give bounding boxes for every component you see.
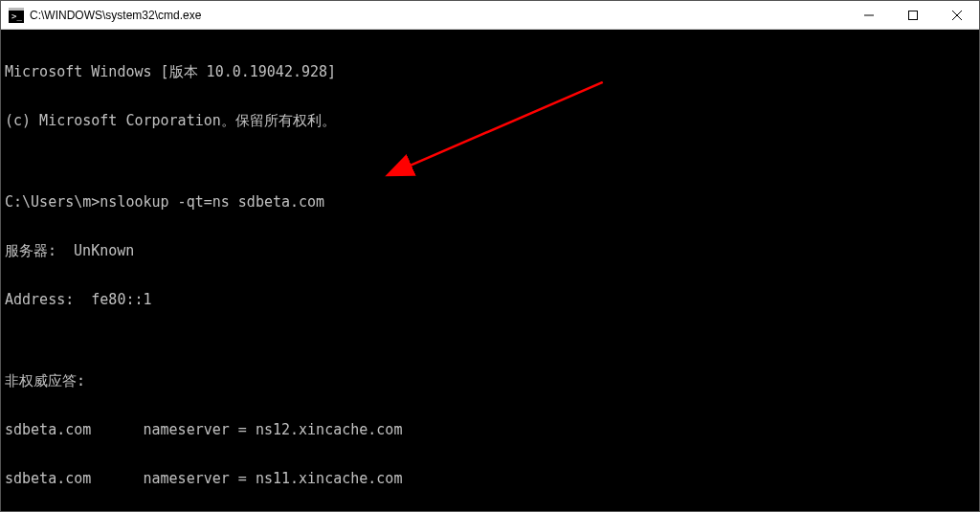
terminal-prompt-line: C:\Users\m>nslookup -qt=ns sdbeta.com: [5, 194, 975, 211]
minimize-button[interactable]: [847, 1, 891, 29]
titlebar-controls: [847, 1, 979, 29]
svg-text:>_: >_: [11, 11, 22, 21]
annotation-arrow: [1, 30, 979, 511]
cmd-icon: >_: [9, 8, 24, 23]
terminal-line: Address: fe80::1: [5, 292, 975, 308]
terminal-area[interactable]: Microsoft Windows [版本 10.0.19042.928] (c…: [1, 30, 979, 511]
cmd-window: >_ C:\WINDOWS\system32\cmd.exe Microsoft…: [0, 0, 980, 512]
terminal-line: 服务器: UnKnown: [5, 243, 975, 259]
titlebar[interactable]: >_ C:\WINDOWS\system32\cmd.exe: [1, 1, 979, 30]
maximize-button[interactable]: [891, 1, 935, 29]
terminal-line: sdbeta.com nameserver = ns12.xincache.co…: [5, 422, 975, 438]
close-button[interactable]: [935, 1, 979, 29]
terminal-line: Microsoft Windows [版本 10.0.19042.928]: [5, 64, 975, 80]
terminal-line: (c) Microsoft Corporation。保留所有权利。: [5, 113, 975, 129]
svg-rect-1: [9, 8, 24, 11]
window-title: C:\WINDOWS\system32\cmd.exe: [30, 9, 847, 22]
terminal-line: sdbeta.com nameserver = ns11.xincache.co…: [5, 471, 975, 487]
terminal-line: 非权威应答:: [5, 373, 975, 390]
svg-rect-4: [909, 11, 918, 19]
prompt-command: nslookup -qt=ns sdbeta.com: [100, 193, 324, 211]
prompt-path: C:\Users\m>: [5, 193, 100, 211]
